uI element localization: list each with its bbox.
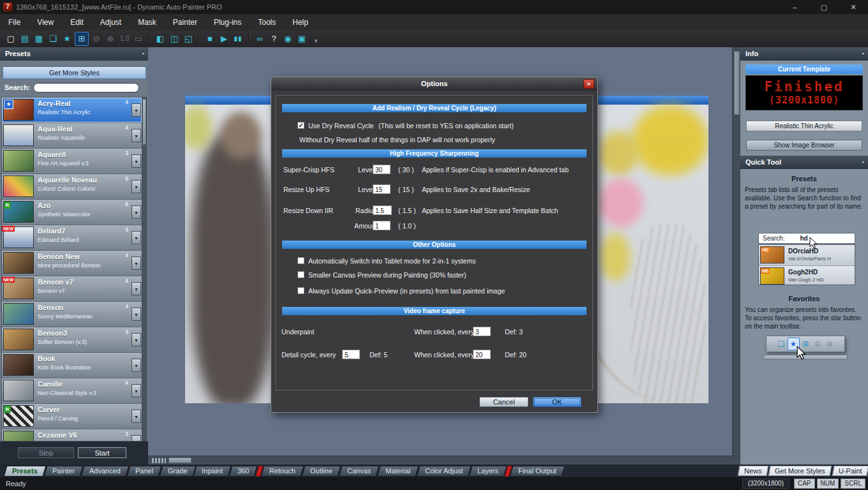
preset-search-input[interactable]	[33, 83, 139, 93]
tab-panel[interactable]: Panel	[126, 466, 161, 477]
tab-grade[interactable]: Grade	[159, 466, 195, 477]
ok-button[interactable]: OK	[533, 397, 581, 407]
zoom-in-icon[interactable]: ⊕	[104, 33, 117, 45]
frame-icon[interactable]: ◧	[154, 33, 167, 45]
menu-edit[interactable]: Edit	[62, 14, 92, 31]
split-view-icon[interactable]: ◫	[168, 33, 181, 45]
preset-dropdown-arrow[interactable]: ▼	[131, 333, 141, 346]
super-crisp-level-input[interactable]: 30	[373, 165, 391, 174]
preset-list-item[interactable]: ★ Acry-Real Realistic Thin Acrylic 4 ▼	[2, 98, 142, 123]
tab-news[interactable]: News	[738, 466, 768, 476]
menu-mask[interactable]: Mask	[130, 14, 165, 31]
preset-dropdown-arrow[interactable]: ▼	[131, 359, 141, 372]
menu-help[interactable]: Help	[284, 14, 317, 31]
scrollbar-handle[interactable]	[168, 457, 191, 463]
tab-outline[interactable]: Outline	[301, 466, 341, 477]
preset-dropdown-arrow[interactable]: ▼	[131, 154, 141, 168]
crop-icon[interactable]: ◱	[182, 33, 195, 45]
underpaint-every-input[interactable]: 3	[473, 327, 491, 336]
preset-list-item[interactable]: Aquarell Fine Art Aquarell v.3 3 ▼	[2, 149, 142, 174]
preset-list-item[interactable]: Aquarelle Noveau Colors! Colors! Colors!…	[2, 174, 142, 200]
preset-list-item[interactable]: Book Kids Book illustration ▼	[2, 353, 142, 378]
scrollbar-handle[interactable]	[734, 51, 740, 115]
play-icon[interactable]: ▶	[218, 33, 230, 45]
preset-list-item[interactable]: R Azo Synthetic Watercolor 8 ▼	[2, 200, 142, 225]
preset-list-item[interactable]: NEW Benson v7 Benson v7 4 ▼	[2, 276, 142, 302]
preset-dropdown-arrow[interactable]: ▼	[131, 103, 141, 117]
menu-view[interactable]: View	[29, 14, 62, 31]
new-file-icon[interactable]: ▢	[4, 33, 17, 45]
tab-canvas[interactable]: Canvas	[338, 466, 379, 477]
preset-list-item[interactable]: Benson Sunny Mediterranean 4 ▼	[2, 302, 142, 327]
tab-material[interactable]: Material	[377, 466, 419, 477]
canvas-horizontal-scrollbar[interactable]	[148, 456, 740, 464]
menu-plugins[interactable]: Plug-ins	[206, 14, 250, 31]
smaller-preview-checkbox[interactable]	[297, 271, 304, 278]
preset-list-item[interactable]: Aqua-Real Realistic Aquarelle 4 ▼	[2, 123, 142, 149]
quick-search-input[interactable]: Search:hd	[758, 233, 855, 244]
tab-final-output[interactable]: Final Output	[510, 466, 565, 477]
tab-presets[interactable]: Presets	[4, 466, 47, 477]
stop-icon[interactable]: ■	[204, 33, 216, 45]
toolbar-overflow-icon[interactable]: ▾	[310, 34, 322, 47]
close-button[interactable]: ✕	[839, 0, 868, 14]
preset-dropdown-arrow[interactable]: ▼	[131, 410, 141, 423]
preset-dropdown-arrow[interactable]: ▼	[131, 180, 141, 193]
preset-list-item[interactable]: Camille Neo-Classical Style v.3 4 ▼	[2, 378, 142, 404]
preset-list-item[interactable]: Cezanne V6 3 ▼	[2, 429, 142, 442]
quick-preview-icon[interactable]: ◉	[281, 33, 294, 45]
tab-painter[interactable]: Painter	[43, 466, 83, 477]
open-folder-icon[interactable]: ▤	[19, 33, 31, 45]
scrollbar-handle[interactable]	[142, 99, 146, 145]
tab-get-more-styles[interactable]: Get More Styles	[768, 466, 832, 476]
tab-inpaint[interactable]: Inpaint	[193, 466, 232, 477]
menu-file[interactable]: File	[0, 14, 29, 31]
minimize-button[interactable]: –	[780, 0, 809, 14]
cancel-button[interactable]: Cancel	[479, 397, 528, 407]
dry-reveal-checkbox[interactable]: ✓	[297, 122, 304, 129]
save-icon[interactable]: ▦	[33, 33, 45, 45]
start-button[interactable]: Start	[78, 447, 126, 458]
preset-dropdown-arrow[interactable]: ▼	[131, 231, 141, 244]
canvas-vertical-scrollbar[interactable]	[732, 47, 740, 456]
tab-360[interactable]: 360	[229, 466, 258, 477]
get-more-styles-button[interactable]: Get More Styles	[3, 66, 146, 79]
pin-icon[interactable]: ▪	[142, 47, 144, 61]
tablet-mode-checkbox[interactable]	[297, 257, 304, 264]
tab-u-paint[interactable]: U-Paint	[832, 466, 868, 476]
stereo-3d-icon[interactable]: ∞	[253, 33, 266, 45]
preset-dropdown-arrow[interactable]: ▼	[131, 205, 141, 219]
preset-dropdown-arrow[interactable]: ▼	[131, 282, 141, 295]
detail-when-input[interactable]: 20	[473, 350, 491, 359]
fullscreen-icon[interactable]: ▣	[296, 33, 308, 45]
preset-dropdown-arrow[interactable]: ▼	[131, 435, 141, 442]
tab-layers[interactable]: Layers	[469, 466, 507, 477]
pin-icon[interactable]: ▪	[862, 47, 864, 61]
menu-tools[interactable]: Tools	[250, 14, 284, 31]
resize-down-amount-input[interactable]: 1	[373, 221, 391, 230]
preset-dropdown-arrow[interactable]: ▼	[131, 384, 141, 397]
preset-list-scrollbar[interactable]	[142, 97, 147, 442]
template-name-button[interactable]: Realistic Thin Acrylic	[746, 121, 862, 131]
preset-list-item[interactable]: NEW Beliard7 Edouard Béliard 3 ▼	[2, 225, 142, 251]
search-result-item[interactable]: HD DOrciaHD Val d'Orcia/Paris H	[759, 245, 855, 266]
preset-dropdown-arrow[interactable]: ▼	[131, 129, 141, 142]
search-result-item[interactable]: HD Gogh2HD Van Gogh 2 HD	[759, 266, 855, 285]
zoom-out-icon[interactable]: ⊖	[90, 33, 103, 45]
preset-list-item[interactable]: R Carver Pencil / Carving ▼	[2, 404, 142, 429]
preset-browser-icon[interactable]: ⊞	[75, 32, 89, 46]
show-image-browser-button[interactable]: Show Image Browser	[746, 140, 862, 151]
help-icon[interactable]: ?	[267, 33, 280, 45]
dialog-close-icon[interactable]: ✕	[583, 79, 594, 89]
copy-icon[interactable]: ❏	[47, 33, 59, 45]
preset-list-item[interactable]: Benson3 Softer Benson (v.3) 3 ▼	[2, 327, 142, 353]
detail-cycle-input[interactable]: 5	[342, 350, 360, 359]
resize-down-radius-input[interactable]: 1.5	[373, 205, 392, 215]
scrollbar-grip[interactable]	[152, 458, 166, 463]
pause-icon[interactable]: ▮▮	[232, 33, 244, 45]
update-quick-preview-checkbox[interactable]	[297, 287, 304, 294]
fit-view-icon[interactable]: ▭	[132, 33, 145, 45]
pin-icon[interactable]: ▪	[862, 156, 864, 169]
stop-button[interactable]: Stop	[18, 447, 74, 458]
menu-adjust[interactable]: Adjust	[92, 14, 130, 31]
